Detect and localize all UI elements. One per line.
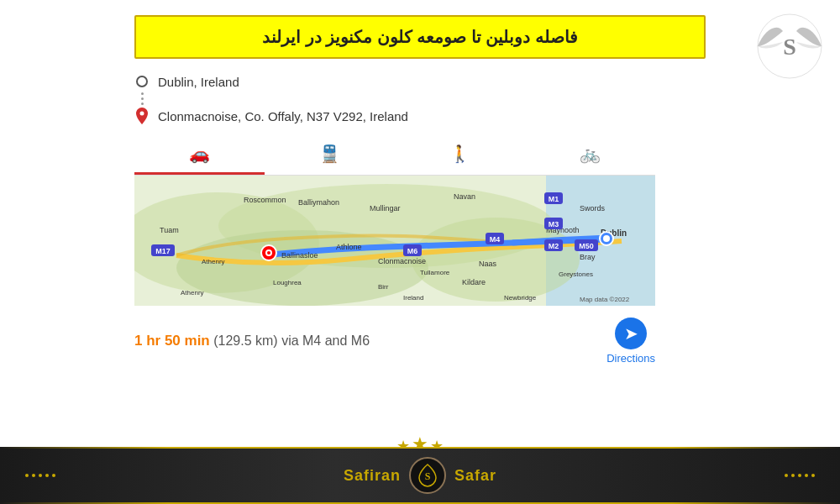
gold-dot [25,474,29,477]
banner-title: فاصله دوبلین تا صومعه کلون مکنویز در ایر… [262,28,578,46]
origin-label: Dublin, Ireland [158,75,239,89]
svg-text:Bray: Bray [580,253,596,261]
connector-dot-1 [141,92,144,95]
gold-dot [39,474,42,477]
pin-icon [136,108,148,124]
directions-arrow-icon: ➤ [624,323,638,344]
svg-text:Ireland: Ireland [403,294,423,302]
svg-text:S: S [783,34,796,60]
footer-logo-icon: S [415,463,440,488]
svg-text:M3: M3 [549,220,559,228]
duration-row: 1 hr 50 min (129.5 km) via M4 and M6 ➤ D… [134,318,655,365]
svg-text:Greystones: Greystones [559,270,593,278]
svg-text:M1: M1 [549,195,559,203]
footer: Safiran S Safar [0,447,840,504]
dots-connector [141,92,840,105]
svg-text:Newbridge: Newbridge [504,294,537,302]
map-svg: Tuam Athenry Ballinasloe Athlone Clonmac… [134,176,655,306]
svg-text:Roscommon: Roscommon [244,196,286,204]
svg-point-46 [603,235,610,242]
tab-walk[interactable]: 🚶 [395,135,525,175]
walk-icon: 🚶 [449,144,470,164]
footer-brand: Safiran S Safar [344,457,496,494]
footer-top-line [0,447,840,449]
gold-dot [798,474,801,477]
svg-text:Swords: Swords [580,204,606,213]
svg-point-7 [176,230,428,306]
svg-text:Balliymahon: Balliymahon [298,198,339,207]
svg-text:Athenry: Athenry [181,289,204,297]
transport-tabs: 🚗 🚆 🚶 🚲 [134,135,655,176]
tab-transit[interactable]: 🚆 [265,135,395,175]
svg-text:S: S [425,470,431,482]
svg-text:Athenry: Athenry [202,258,225,265]
destination-icon [134,108,150,123]
duration-text: 1 hr 50 min (129.5 km) via M4 and M6 [134,333,370,349]
svg-text:Tuam: Tuam [160,226,179,234]
svg-text:Ballinasloe: Ballinasloe [281,251,318,260]
svg-text:Birr: Birr [378,283,389,291]
svg-point-2 [140,112,144,116]
svg-text:M50: M50 [579,242,594,250]
gold-dot [785,474,788,477]
footer-brand2: Safar [454,467,496,485]
gold-dot [805,474,808,477]
gold-dot [52,474,55,477]
svg-text:M17: M17 [155,247,171,255]
svg-text:Clonmacnoise: Clonmacnoise [378,257,426,265]
duration-bold: 1 hr 50 min [134,333,210,349]
svg-text:Naas: Naas [479,260,497,268]
gold-dot [791,474,795,477]
transit-icon: 🚆 [319,144,340,164]
logo-icon: S [756,13,823,80]
tab-car[interactable]: 🚗 [134,135,265,175]
svg-text:Loughrea: Loughrea [273,279,302,286]
svg-text:Mullingar: Mullingar [370,204,401,213]
footer-logo: S [409,457,446,494]
footer-left-decoration [25,474,55,477]
locations-section: Dublin, Ireland Clonmacnoise, Co. Offaly… [134,74,840,123]
logo-container: S [756,13,823,80]
bike-icon: 🚲 [580,144,601,164]
connector-dot-3 [141,102,144,105]
svg-text:M6: M6 [407,247,418,255]
map-container: Tuam Athenry Ballinasloe Athlone Clonmac… [134,176,655,306]
gold-dot [45,474,49,477]
svg-text:Athlone: Athlone [336,243,362,251]
tab-bike[interactable]: 🚲 [525,135,655,175]
svg-text:Map data ©2022: Map data ©2022 [580,296,630,303]
svg-text:Navan: Navan [454,192,475,201]
svg-text:M4: M4 [490,235,501,244]
origin-row: Dublin, Ireland [134,74,840,89]
footer-right-decoration [785,474,815,477]
svg-point-49 [267,251,270,255]
origin-icon [134,74,150,89]
svg-text:Tullamore: Tullamore [420,269,450,276]
directions-circle: ➤ [615,318,647,349]
svg-text:Kildare: Kildare [462,278,486,286]
destination-row: Clonmacnoise, Co. Offaly, N37 V292, Irel… [134,108,840,123]
directions-button[interactable]: ➤ Directions [606,318,655,365]
title-banner: فاصله دوبلین تا صومعه کلون مکنویز در ایر… [134,15,706,59]
origin-dot [136,76,148,87]
footer-brand1: Safiran [344,467,401,485]
svg-text:M2: M2 [549,242,559,250]
duration-rest: (129.5 km) via M4 and M6 [210,333,370,348]
car-icon: 🚗 [189,144,210,164]
gold-dot [811,474,815,477]
destination-label: Clonmacnoise, Co. Offaly, N37 V292, Irel… [158,109,408,123]
connector-dot-2 [141,97,144,100]
directions-label: Directions [606,352,655,365]
gold-dot [32,474,35,477]
